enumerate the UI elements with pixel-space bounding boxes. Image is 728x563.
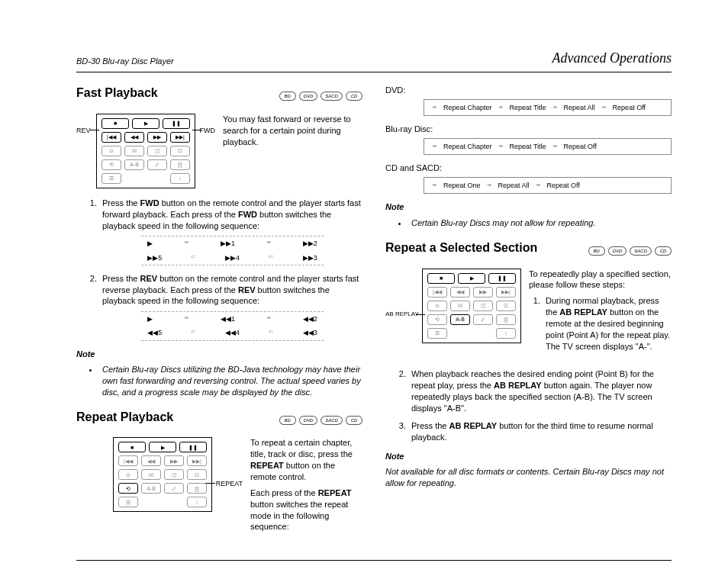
dvd-badge: DVD	[299, 416, 318, 425]
rev-icon: ◀◀	[124, 132, 144, 143]
fwd-sequence: ▶➠ ▶▶1➠ ▶▶2 ▶▶5⇐ ▶▶4⇐ ▶▶3	[141, 236, 324, 265]
cd-badge: CD	[346, 92, 362, 101]
repeat-callout: REPEAT	[216, 479, 243, 488]
repeat-intro-text: To repeat a certain chapter, title, trac…	[250, 437, 362, 537]
remote-btn: ⊡	[170, 146, 190, 156]
repeat-section-heading: Repeat a Selected Section	[385, 240, 537, 256]
bd-badge: BD	[279, 416, 296, 425]
cd-sequence: ➠Repeat One ➠Repeat All ➠Repeat Off	[424, 177, 672, 194]
section-note-heading: Note	[385, 451, 672, 462]
remote-btn: ⊡	[187, 469, 207, 480]
arrow-icon: ➠	[552, 104, 558, 112]
sacd-badge: SACD	[630, 246, 652, 256]
bluray-label: Blu-ray Disc:	[385, 124, 672, 135]
fast-step-1: Press the FWD button on the remote contr…	[99, 198, 362, 265]
seq-item: ◀◀4	[225, 328, 240, 337]
remote-btn: A-B	[141, 483, 161, 494]
seq-item: Repeat One	[443, 181, 481, 190]
remote-btn: ▶▶|	[187, 455, 207, 466]
remote-btn: ↕	[170, 173, 190, 184]
ab-bold: AB REPLAY	[449, 421, 498, 430]
arrow-icon: ➠	[184, 239, 189, 248]
seq-item: ▶▶4	[225, 253, 240, 262]
remote-btn: ⟲	[427, 314, 447, 325]
seq-item: Repeat Chapter	[443, 103, 492, 112]
page-header: BD-30 Blu-ray Disc Player Advanced Opera…	[76, 49, 672, 67]
seq-item: Repeat Title	[510, 142, 546, 151]
fwd-callout: FWD	[200, 126, 216, 135]
fast-intro-text: You may fast forward or reverse to searc…	[223, 114, 362, 184]
arrow-icon: ⇐	[191, 253, 196, 262]
ab-replay-callout: AB REPLAY	[385, 310, 419, 319]
cd-sacd-label: CD and SACD:	[385, 162, 672, 174]
dvd-label: DVD:	[385, 85, 672, 96]
rule-bottom	[76, 560, 672, 561]
remote-btn: [i]	[170, 159, 190, 170]
bluray-sequence: ➠Repeat Chapter ➠Repeat Title ➠Repeat Of…	[424, 138, 672, 155]
seq-item: ▶▶5	[147, 253, 162, 262]
repeat-note-item: Certain Blu-ray Discs may not allow for …	[408, 217, 672, 229]
arrow-icon: ➠	[432, 182, 437, 190]
remote-btn: ⊙	[101, 146, 121, 156]
seq-item: Repeat All	[564, 103, 595, 112]
remote-diagram: ■▶❚❚ |◀◀◀◀▶▶▶▶| ⊙☒◫⊡ ⟲A-B⤢[i] ☰↕	[422, 269, 521, 343]
sacd-badge: SACD	[321, 92, 343, 101]
repeat-playback-heading: Repeat Playback	[76, 409, 173, 426]
dvd-badge: DVD	[299, 92, 318, 101]
pause-icon: ❚❚	[163, 118, 190, 129]
repeat-playback-heading-row: Repeat Playback BD DVD SACD CD	[76, 409, 362, 432]
section-intro-row: AB REPLAY ■▶❚❚ |◀◀◀◀▶▶▶▶| ⊙☒◫⊡ ⟲A-B⤢[i] …	[385, 269, 672, 360]
remote-btn: ⊙	[427, 301, 447, 311]
sacd-badge: SACD	[321, 416, 343, 425]
rev-callout: REV	[76, 126, 91, 135]
remote-btn: ▶▶	[473, 287, 493, 298]
play-icon: ▶	[458, 273, 485, 284]
remote-diagram-wrap: REV FWD ■▶❚❚ |◀◀◀◀▶▶▶▶| ⊙☒◫⊡ ⟲A-B⤢[i] ☰↕	[76, 114, 215, 188]
fast-steps: Press the FWD button on the remote contr…	[76, 198, 362, 341]
seq-item: ◀◀5	[147, 328, 162, 337]
section-intro-text: To repeatedly play a specified section, …	[529, 269, 672, 360]
seq-item: ▶	[147, 239, 153, 248]
remote-btn: |◀◀	[427, 287, 447, 298]
section-steps-rest: When playback reaches the desired ending…	[385, 368, 672, 442]
play-icon: ▶	[132, 118, 159, 129]
seq-item: Repeat Off	[613, 103, 646, 112]
remote-btn: [i]	[496, 314, 516, 325]
fast-intro-row: REV FWD ■▶❚❚ |◀◀◀◀▶▶▶▶| ⊙☒◫⊡ ⟲A-B⤢[i] ☰↕…	[76, 114, 362, 188]
repeat-bold: REPEAT	[250, 461, 284, 470]
ab-bold: AB REPLAY	[494, 381, 542, 390]
pause-icon: ❚❚	[179, 442, 207, 452]
text: To repeat a certain chapter, title, trac…	[250, 438, 353, 458]
seq-item: Repeat Off	[564, 142, 597, 151]
remote-btn: ◫	[164, 469, 184, 480]
prev-icon: |◀◀	[101, 132, 121, 143]
seq-item: ◀◀3	[303, 328, 317, 337]
seq-item: ◀◀2	[303, 314, 317, 323]
text: Press the	[102, 198, 140, 208]
cd-badge: CD	[346, 416, 362, 425]
remote-btn: ☒	[450, 301, 470, 311]
text: Press the	[102, 274, 140, 283]
ab-replay-icon: A-B	[450, 314, 470, 325]
section-step-2: When playback reaches the desired ending…	[408, 368, 672, 413]
remote-btn: ☰	[118, 497, 138, 507]
disc-badges: BD DVD SACD CD	[588, 246, 672, 256]
stop-icon: ■	[427, 273, 455, 284]
section-step-1: During normal playback, press the AB REP…	[543, 295, 672, 352]
seq-item: Repeat Off	[547, 181, 580, 190]
dvd-sequence: ➠Repeat Chapter ➠Repeat Title ➠Repeat Al…	[424, 99, 672, 116]
seq-item: Repeat Title	[510, 103, 546, 112]
content-columns: Fast Playback BD DVD SACD CD REV FWD ■▶❚…	[76, 85, 672, 546]
arrow-icon: ➠	[432, 104, 437, 112]
repeat-note-heading: Note	[385, 201, 672, 213]
text: Each press of the	[250, 488, 318, 497]
right-column: DVD: ➠Repeat Chapter ➠Repeat Title ➠Repe…	[385, 85, 672, 546]
bd-badge: BD	[279, 92, 296, 101]
seq-item: ▶▶3	[303, 253, 317, 262]
fast-note-item: Certain Blu-ray Discs utilizing the BD-J…	[99, 364, 362, 398]
fast-step-2: Press the REV button on the remote contr…	[99, 273, 362, 341]
fwd-bold: FWD	[238, 210, 257, 219]
remote-btn: ⟲	[101, 159, 121, 170]
arrow-icon: ➠	[536, 182, 541, 190]
repeat-remote-wrap: REPEAT ■▶❚❚ |◀◀◀◀▶▶▶▶| ⊙☒◫⊡ ⟲A-B⤢[i] ☰↕	[76, 437, 243, 537]
